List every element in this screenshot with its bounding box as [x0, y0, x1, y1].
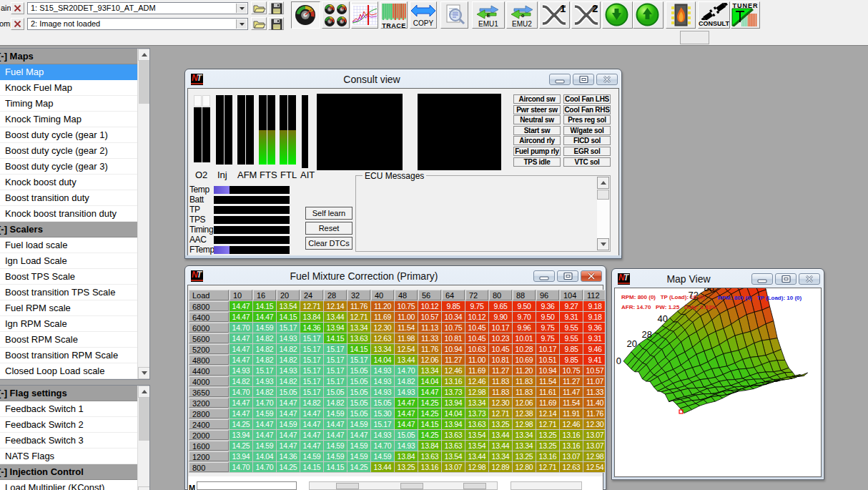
svg-text:2: 2	[592, 2, 598, 14]
svg-text:o: o	[521, 13, 524, 18]
svg-text:1: 1	[560, 2, 566, 14]
svg-text:E: E	[487, 13, 490, 18]
